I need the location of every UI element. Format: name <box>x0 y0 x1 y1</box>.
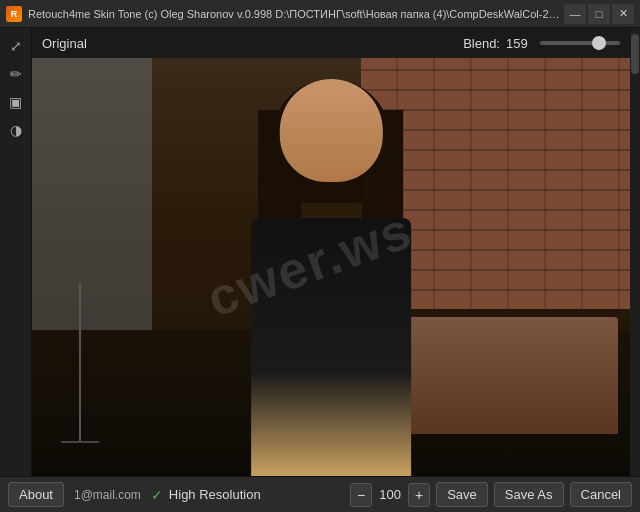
minimize-button[interactable]: — <box>564 4 586 24</box>
email-text: 1@mail.com <box>74 488 141 502</box>
bottom-bar: About 1@mail.com ✓ High Resolution − 100… <box>0 476 640 512</box>
blend-slider[interactable] <box>540 41 620 45</box>
app-icon: R <box>6 6 22 22</box>
title-bar: R Retouch4me Skin Tone (c) Oleg Sharonov… <box>0 0 640 28</box>
maximize-button[interactable]: □ <box>588 4 610 24</box>
toolbar: ⤢ ✏ ▣ ◑ <box>0 28 32 476</box>
vertical-scrollbar[interactable] <box>630 28 640 476</box>
eraser-tool-button[interactable]: ▣ <box>4 90 28 114</box>
blend-value: 159 <box>506 36 534 51</box>
about-button[interactable]: About <box>8 482 64 507</box>
cancel-button[interactable]: Cancel <box>570 482 632 507</box>
photo-scene: cwer.ws <box>32 58 630 476</box>
quantity-plus-button[interactable]: + <box>408 483 430 507</box>
person-head <box>279 79 382 182</box>
quantity-group: − 100 + <box>350 483 430 507</box>
tripod <box>56 254 104 442</box>
person-body <box>251 218 412 476</box>
blend-label: Blend: <box>463 36 500 51</box>
move-tool-button[interactable]: ⤢ <box>4 34 28 58</box>
image-container: cwer.ws <box>32 58 630 476</box>
canvas-label: Original <box>42 36 87 51</box>
contrast-tool-button[interactable]: ◑ <box>4 118 28 142</box>
person <box>187 79 474 476</box>
canvas-header: Original Blend: 159 <box>32 28 630 58</box>
canvas-area: Original Blend: 159 <box>32 28 630 476</box>
scrollbar-thumb[interactable] <box>631 34 639 74</box>
window-controls: — □ ✕ <box>564 4 634 24</box>
quantity-minus-button[interactable]: − <box>350 483 372 507</box>
blend-group: Blend: 159 <box>463 36 620 51</box>
main-area: ⤢ ✏ ▣ ◑ Original Blend: 159 <box>0 28 640 476</box>
close-button[interactable]: ✕ <box>612 4 634 24</box>
save-button[interactable]: Save <box>436 482 488 507</box>
quantity-value: 100 <box>376 487 404 502</box>
checkmark-icon: ✓ <box>151 487 163 503</box>
brush-tool-button[interactable]: ✏ <box>4 62 28 86</box>
save-as-button[interactable]: Save As <box>494 482 564 507</box>
high-resolution-label: High Resolution <box>169 487 261 502</box>
window-title: Retouch4me Skin Tone (c) Oleg Sharonov v… <box>28 8 564 20</box>
